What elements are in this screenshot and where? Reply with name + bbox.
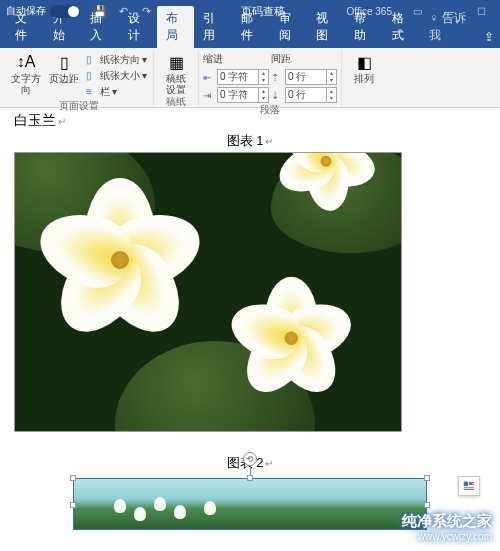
space-after-input[interactable]: 0 行▴▾ [285,87,337,103]
arrange-icon: ◧ [354,52,374,72]
tab-file[interactable]: 文件 [6,6,44,48]
space-after-icon: ⇣ [271,90,283,101]
manuscript-button[interactable]: ▦ 稿纸 设置 [158,50,194,95]
resize-handle[interactable] [70,502,76,508]
watermark: 纯净系统之家 www.ycwjzy.com [402,513,492,545]
heading-text: 白玉兰↵ [14,112,486,130]
indent-left-icon: ⇤ [203,72,215,83]
indent-right-input[interactable]: 0 字符▴▾ [217,87,269,103]
tab-mailings[interactable]: 邮件 [232,6,270,48]
tab-review[interactable]: 审阅 [270,6,308,48]
manuscript-icon: ▦ [166,52,186,72]
text-direction-button[interactable]: ↕A 文字方向 [8,50,44,95]
text-direction-icon: ↕A [16,52,36,72]
autosave-toggle[interactable] [50,5,80,18]
orientation-button[interactable]: ▯纸张方向 ▾ [84,52,149,67]
resize-handle[interactable] [424,475,430,481]
tab-references[interactable]: 引用 [194,6,232,48]
ribbon-tabs: 文件 开始 插入 设计 布局 引用 邮件 审阅 视图 帮助 格式 ♀ 告诉我 ⇪ [0,22,500,48]
columns-button[interactable]: ≡栏 ▾ [84,84,149,99]
spacing-heading: 间距 [271,52,337,66]
tab-design[interactable]: 设计 [119,6,157,48]
inserted-image-2[interactable] [73,478,427,530]
group-page-setup: ↕A 文字方向 ▯ 页边距 ▯纸张方向 ▾ ▯纸张大小 ▾ ≡栏 ▾ 页面设置 [4,50,154,107]
arrange-button[interactable]: ◧ 排列 [346,50,382,84]
svg-rect-0 [464,482,468,486]
resize-handle[interactable] [247,475,253,481]
indent-right-icon: ⇥ [203,90,215,101]
space-before-input[interactable]: 0 行▴▾ [285,69,337,85]
caption-1: 图表 1↵ [14,132,486,150]
inserted-image-1[interactable] [14,152,402,432]
margins-icon: ▯ [54,52,74,72]
group-manuscript: ▦ 稿纸 设置 稿纸 [154,50,199,107]
tab-format[interactable]: 格式 [383,6,421,48]
margins-button[interactable]: ▯ 页边距 [46,50,82,84]
resize-handle[interactable] [70,475,76,481]
rotate-handle[interactable]: ⟲ [243,452,257,466]
layout-options-button[interactable] [458,476,480,496]
tab-help[interactable]: 帮助 [345,6,383,48]
group-paragraph: 缩进 ⇤ 0 字符▴▾ ⇥ 0 字符▴▾ 间距 ⇡ 0 行▴▾ ⇣ 0 行▴▾ … [199,50,342,107]
tab-layout[interactable]: 布局 [157,6,195,48]
resize-handle[interactable] [424,502,430,508]
size-button[interactable]: ▯纸张大小 ▾ [84,68,149,83]
group-arrange: ◧ 排列 [342,50,386,107]
tab-view[interactable]: 视图 [307,6,345,48]
document-canvas[interactable]: 白玉兰↵ 图表 1↵ 图表 2↵ [0,108,500,534]
indent-left-input[interactable]: 0 字符▴▾ [217,69,269,85]
size-icon: ▯ [86,70,98,82]
space-before-icon: ⇡ [271,72,283,83]
tab-insert[interactable]: 插入 [81,6,119,48]
indent-heading: 缩进 [203,52,269,66]
columns-icon: ≡ [86,86,98,98]
ribbon: ↕A 文字方向 ▯ 页边距 ▯纸张方向 ▾ ▯纸张大小 ▾ ≡栏 ▾ 页面设置 … [0,48,500,108]
share-icon[interactable]: ⇪ [478,26,500,48]
tab-tellme[interactable]: ♀ 告诉我 [420,6,478,48]
orientation-icon: ▯ [86,54,98,66]
